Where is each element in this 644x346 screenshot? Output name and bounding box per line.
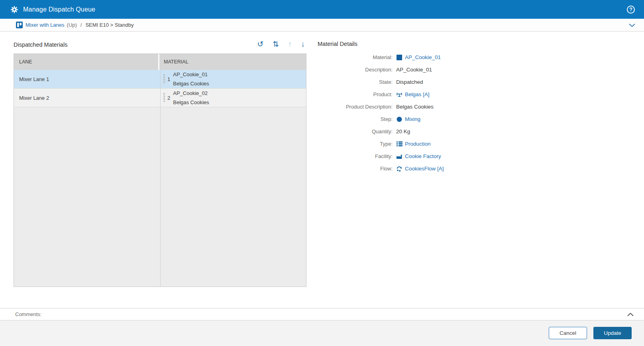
main-content: Dispatched Materials ↺ ⇅ ↑ ↓ LANE MATERI… (0, 32, 644, 308)
field-label: Step: (318, 116, 393, 122)
list-toolbar: ↺ ⇅ ↑ ↓ (257, 40, 306, 49)
queue-position: 1 (167, 76, 170, 82)
table-row[interactable]: Mixer Lane 2 2 AP_Cookie_02 Belgas Cooki… (14, 89, 306, 107)
factory-icon (396, 153, 402, 160)
material-name: AP_Cookie_02 (173, 89, 209, 98)
field-label: State: (318, 79, 393, 85)
description-value: AP_Cookie_01 (396, 67, 432, 73)
material-description: Belgas Cookies (173, 79, 209, 88)
step-icon (396, 116, 402, 123)
field-label: Facility: (318, 153, 393, 159)
table-header: LANE MATERIAL (14, 54, 306, 70)
operation-icon (16, 22, 23, 28)
footer-actions: Cancel Update (0, 320, 644, 346)
field-label: Quantity: (318, 129, 393, 134)
material-name: AP_Cookie_01 (173, 70, 209, 79)
production-type-icon (396, 141, 402, 147)
chevron-down-icon[interactable] (629, 23, 635, 27)
manage-gear-icon (10, 5, 19, 14)
update-button[interactable]: Update (593, 327, 632, 339)
material-icon (396, 54, 402, 61)
field-label: Type: (318, 141, 393, 147)
product-icon (396, 91, 402, 98)
lane-cell: Mixer Lane 2 (14, 89, 161, 107)
queue-position: 2 (167, 95, 170, 101)
reorder-icon[interactable]: ⇅ (273, 40, 279, 49)
field-label: Flow: (318, 166, 393, 172)
field-label: Product Description: (318, 104, 393, 110)
field-label: Description: (318, 67, 393, 73)
table-row[interactable]: Mixer Lane 1 1 AP_Cookie_01 Belgas Cooki… (14, 70, 306, 89)
breadcrumb: Mixer with Lanes (Up) / SEMI E10 > Stand… (0, 19, 644, 32)
product-description-value: Belgas Cookies (396, 104, 434, 110)
move-down-icon[interactable]: ↓ (301, 40, 305, 49)
breadcrumb-operation-label: Mixer with Lanes (26, 22, 65, 28)
state-value: Dispatched (396, 79, 423, 85)
material-cell: 2 AP_Cookie_02 Belgas Cookies (161, 89, 306, 107)
flow-link[interactable]: CookiesFlow [A] (396, 166, 444, 172)
table-empty-area (14, 107, 306, 287)
facility-link[interactable]: Cookie Factory (396, 153, 441, 160)
title-bar: Manage Dispatch Queue ? (0, 0, 644, 19)
material-details-title: Material Details (318, 41, 644, 47)
drag-handle-icon[interactable] (163, 93, 165, 103)
type-link[interactable]: Production (396, 141, 431, 147)
field-label: Product: (318, 91, 393, 97)
breadcrumb-up-label: (Up) (67, 22, 77, 28)
material-details-panel: Material Details Material: AP_Cookie_01 … (318, 40, 644, 308)
breadcrumb-status: SEMI E10 > Standby (85, 22, 134, 28)
field-label: Material: (318, 54, 393, 60)
comments-expander[interactable]: Comments: (0, 308, 644, 320)
breadcrumb-separator: / (80, 22, 82, 28)
drag-handle-icon[interactable] (163, 74, 165, 84)
column-header-lane: LANE (14, 54, 159, 70)
dispatch-table: LANE MATERIAL Mixer Lane 1 1 AP_Cookie_0… (14, 53, 306, 287)
breadcrumb-operation-link[interactable]: Mixer with Lanes (16, 22, 65, 28)
chevron-up-icon[interactable] (627, 312, 634, 316)
flow-icon (396, 166, 402, 172)
quantity-value: 20 Kg (396, 129, 410, 134)
material-cell: 1 AP_Cookie_01 Belgas Cookies (161, 70, 306, 88)
lane-cell: Mixer Lane 1 (14, 70, 161, 88)
column-header-material: MATERIAL (159, 54, 306, 70)
page-title: Manage Dispatch Queue (23, 6, 95, 13)
step-link[interactable]: Mixing (396, 116, 420, 123)
material-description: Belgas Cookies (173, 98, 209, 107)
cancel-button[interactable]: Cancel (549, 327, 587, 339)
move-up-icon[interactable]: ↑ (288, 40, 292, 49)
dispatched-materials-title: Dispatched Materials (14, 40, 67, 48)
material-link[interactable]: AP_Cookie_01 (396, 54, 441, 61)
help-icon[interactable]: ? (627, 6, 635, 14)
product-link[interactable]: Belgas [A] (396, 91, 430, 98)
comments-label: Comments: (15, 311, 41, 317)
dispatched-materials-panel: Dispatched Materials ↺ ⇅ ↑ ↓ LANE MATERI… (14, 40, 306, 308)
refresh-icon[interactable]: ↺ (257, 40, 263, 49)
